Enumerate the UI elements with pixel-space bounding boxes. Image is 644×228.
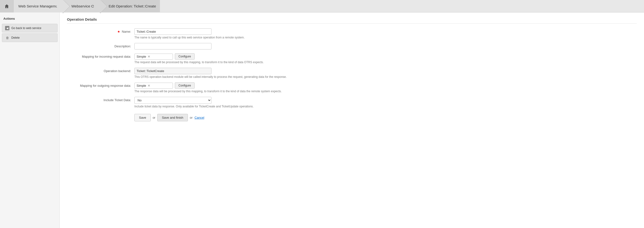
name-label: ★ Name: <box>67 28 134 33</box>
outgoing-tag: Simple ✕ <box>134 83 173 89</box>
or-text-2: or <box>190 116 193 119</box>
sidebar-title: Actions <box>0 15 60 23</box>
save-button[interactable]: Save <box>134 114 151 121</box>
include-label: Include Ticket Data: <box>67 97 134 102</box>
sidebar: Actions ◀ Go back to web service 🗑 Delet… <box>0 12 60 228</box>
description-field <box>134 43 637 49</box>
name-hint: The name is typically used to call up th… <box>134 36 298 39</box>
arrow-left-icon: ◀ <box>5 26 10 30</box>
name-field: The name is typically used to call up th… <box>134 28 637 39</box>
action-row: Save or Save and finish or Cancel <box>67 114 637 121</box>
name-input[interactable] <box>134 28 212 35</box>
incoming-configure-button[interactable]: Configure <box>175 53 194 60</box>
home-icon <box>4 4 9 9</box>
cancel-button[interactable]: Cancel <box>194 116 204 119</box>
incoming-tag-label: Simple <box>136 55 146 58</box>
main-layout: Actions ◀ Go back to web service 🗑 Delet… <box>0 12 644 228</box>
name-row: ★ Name: The name is typically used to ca… <box>67 28 637 39</box>
incoming-tag: Simple ✕ <box>134 54 173 60</box>
description-row: Description: <box>67 43 637 49</box>
outgoing-hint: The response data will be processed by t… <box>134 90 298 93</box>
incoming-hint: The request data will be processed by th… <box>134 61 298 64</box>
incoming-mapping-row: Mapping for incoming request data: Simpl… <box>67 53 637 64</box>
section-title: Operation Details <box>67 17 637 23</box>
or-text-1: or <box>153 116 156 119</box>
breadcrumb: Web Service Management Webservice One Ed… <box>0 0 644 12</box>
outgoing-label: Mapping for outgoing response data: <box>67 82 134 88</box>
required-star: ★ <box>117 30 120 33</box>
outgoing-mapping-input: Simple ✕ Configure <box>134 82 637 89</box>
outgoing-field: Simple ✕ Configure The response data wil… <box>134 82 637 93</box>
content-area: Operation Details ★ Name: The name is ty… <box>60 12 644 228</box>
home-breadcrumb[interactable] <box>0 0 14 12</box>
incoming-tag-remove[interactable]: ✕ <box>148 55 150 58</box>
include-ticket-select[interactable]: No Yes <box>134 97 212 104</box>
include-ticket-row: Include Ticket Data: No Yes Include tick… <box>67 97 637 108</box>
save-and-finish-button[interactable]: Save and finish <box>157 114 188 121</box>
go-back-button[interactable]: ◀ Go back to web service <box>2 24 58 32</box>
backend-hint: This OTRS operation backend module will … <box>134 75 298 79</box>
backend-field: This OTRS operation backend module will … <box>134 68 637 79</box>
trash-icon: 🗑 <box>5 36 10 40</box>
delete-button[interactable]: 🗑 Delete <box>2 33 58 42</box>
backend-input <box>134 68 212 74</box>
outgoing-tag-remove[interactable]: ✕ <box>148 84 150 87</box>
outgoing-configure-button[interactable]: Configure <box>175 82 194 89</box>
description-input[interactable] <box>134 43 212 49</box>
incoming-label: Mapping for incoming request data: <box>67 53 134 58</box>
incoming-field: Simple ✕ Configure The request data will… <box>134 53 637 64</box>
include-field: No Yes Include ticket data by response. … <box>134 97 637 108</box>
breadcrumb-webservice-one[interactable]: Webservice One <box>64 0 102 12</box>
breadcrumb-web-service-management[interactable]: Web Service Management <box>14 0 64 12</box>
outgoing-mapping-row: Mapping for outgoing response data: Simp… <box>67 82 637 93</box>
include-hint: Include ticket data by response. Only av… <box>134 105 298 108</box>
breadcrumb-edit-operation: Edit Operation: Ticket::Create <box>102 0 160 12</box>
incoming-mapping-input: Simple ✕ Configure <box>134 53 637 60</box>
description-label: Description: <box>67 43 134 48</box>
backend-label: Operation backend: <box>67 68 134 73</box>
backend-row: Operation backend: This OTRS operation b… <box>67 68 637 79</box>
outgoing-tag-label: Simple <box>136 84 146 88</box>
